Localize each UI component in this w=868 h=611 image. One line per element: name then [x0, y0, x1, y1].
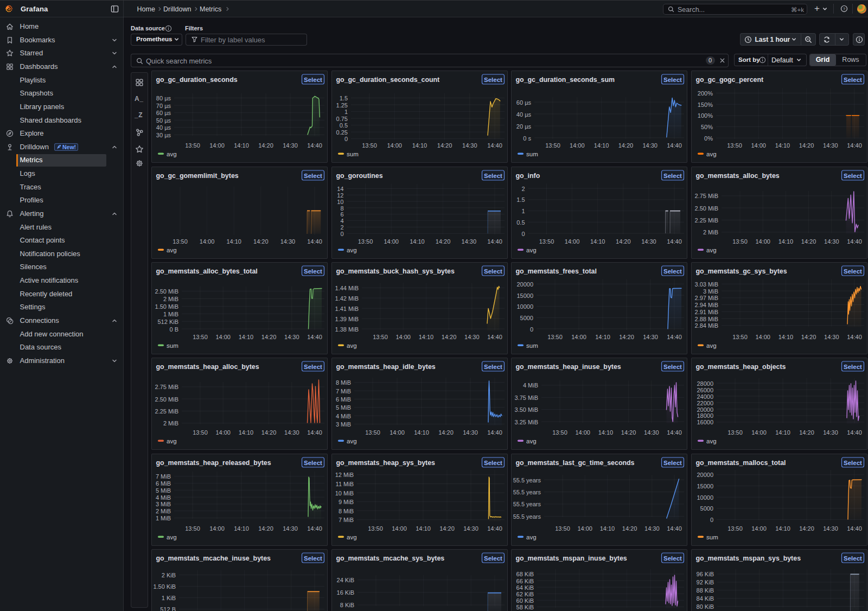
svg-text:14:20: 14:20 — [437, 142, 452, 149]
svg-text:14:30: 14:30 — [823, 142, 838, 149]
svg-text:2.50 MiB: 2.50 MiB — [155, 396, 178, 403]
svg-text:4 MiB: 4 MiB — [156, 494, 171, 500]
svg-text:14:40: 14:40 — [847, 525, 862, 532]
svg-text:14:40: 14:40 — [847, 142, 862, 149]
svg-text:16 KiB: 16 KiB — [336, 589, 354, 596]
svg-text:Select: Select — [304, 555, 322, 562]
svg-text:60 µs: 60 µs — [516, 99, 532, 106]
svg-text:go_memstats_heap_idle_bytes: go_memstats_heap_idle_bytes — [336, 363, 435, 371]
svg-text:1.50 MiB: 1.50 MiB — [155, 303, 178, 310]
svg-text:8 KiB: 8 KiB — [340, 602, 354, 609]
svg-text:70 µs: 70 µs — [156, 103, 171, 109]
svg-text:go_memstats_gc_sys_bytes: go_memstats_gc_sys_bytes — [695, 268, 787, 275]
svg-text:2: 2 — [340, 224, 343, 231]
svg-text:2 MiB: 2 MiB — [163, 296, 178, 302]
svg-text:go_memstats_mcache_inuse_bytes: go_memstats_mcache_inuse_bytes — [156, 555, 271, 562]
svg-text:14:40: 14:40 — [667, 238, 682, 245]
svg-text:0.75: 0.75 — [336, 116, 347, 122]
svg-text:avg: avg — [167, 247, 177, 253]
svg-text:go_memstats_mallocs_total: go_memstats_mallocs_total — [695, 459, 786, 466]
svg-text:14:10: 14:10 — [416, 525, 431, 532]
svg-text:13:50: 13:50 — [732, 238, 748, 245]
svg-text:14:20: 14:20 — [619, 334, 634, 340]
svg-text:24000: 24000 — [697, 393, 713, 400]
svg-text:14:10: 14:10 — [234, 525, 249, 532]
svg-text:3.75 MiB: 3.75 MiB — [515, 394, 538, 401]
svg-text:14:30: 14:30 — [280, 238, 296, 245]
svg-text:sum: sum — [706, 534, 718, 540]
svg-text:2.84 MiB: 2.84 MiB — [694, 322, 718, 329]
svg-text:Select: Select — [663, 459, 682, 466]
svg-text:13:50: 13:50 — [358, 238, 373, 245]
svg-text:14:40: 14:40 — [487, 142, 502, 149]
svg-text:13:50: 13:50 — [173, 238, 188, 245]
svg-text:512 KiB: 512 KiB — [157, 319, 178, 325]
svg-text:66 KiB: 66 KiB — [516, 578, 534, 584]
svg-text:14:20: 14:20 — [438, 429, 454, 436]
svg-text:14:40: 14:40 — [847, 238, 862, 245]
svg-text:1: 1 — [521, 208, 525, 214]
svg-text:14:30: 14:30 — [823, 429, 838, 436]
svg-text:14:40: 14:40 — [667, 525, 682, 532]
svg-text:100%: 100% — [697, 113, 712, 119]
svg-text:2 MiB: 2 MiB — [156, 508, 171, 514]
svg-text:2.25 MiB: 2.25 MiB — [155, 408, 178, 415]
svg-text:4: 4 — [340, 218, 343, 224]
svg-text:go_memstats_buck_hash_sys_byte: go_memstats_buck_hash_sys_bytes — [336, 268, 454, 275]
svg-text:14:30: 14:30 — [642, 142, 658, 149]
svg-text:14:40: 14:40 — [307, 429, 322, 436]
svg-text:avg: avg — [526, 534, 537, 540]
svg-text:14:30: 14:30 — [283, 142, 298, 149]
svg-text:14:10: 14:10 — [775, 525, 790, 532]
svg-text:Select: Select — [663, 364, 682, 370]
svg-text:avg: avg — [347, 438, 357, 444]
svg-text:15000: 15000 — [516, 292, 533, 299]
svg-text:go_memstats_heap_inuse_bytes: go_memstats_heap_inuse_bytes — [516, 363, 621, 371]
svg-text:13:50: 13:50 — [365, 429, 380, 436]
svg-text:14:20: 14:20 — [616, 238, 631, 245]
svg-text:1.39 MiB: 1.39 MiB — [335, 316, 358, 322]
svg-text:2.75 MiB: 2.75 MiB — [694, 193, 718, 199]
svg-text:0: 0 — [340, 230, 343, 237]
svg-text:150%: 150% — [697, 101, 712, 108]
svg-text:2.97 MiB: 2.97 MiB — [694, 295, 718, 301]
svg-text:avg: avg — [526, 247, 537, 253]
svg-text:14:20: 14:20 — [435, 238, 450, 245]
svg-text:Select: Select — [484, 172, 502, 179]
svg-text:7 MiB: 7 MiB — [156, 473, 171, 480]
svg-text:go_memstats_heap_objects: go_memstats_heap_objects — [695, 363, 786, 371]
svg-text:3.25 MiB: 3.25 MiB — [515, 419, 538, 425]
svg-text:14:40: 14:40 — [487, 238, 502, 245]
svg-text:0: 0 — [530, 326, 533, 333]
svg-text:3 MiB: 3 MiB — [156, 501, 171, 507]
svg-text:14:00: 14:00 — [209, 525, 225, 532]
svg-text:60 KiB: 60 KiB — [516, 597, 534, 604]
svg-text:14:10: 14:10 — [594, 142, 609, 149]
svg-text:14:00: 14:00 — [577, 525, 592, 532]
svg-text:go_memstats_mspan_inuse_bytes: go_memstats_mspan_inuse_bytes — [516, 555, 627, 562]
svg-text:avg: avg — [167, 534, 177, 540]
svg-text:go_memstats_heap_released_byte: go_memstats_heap_released_bytes — [156, 459, 271, 466]
svg-text:13:50: 13:50 — [185, 525, 200, 532]
svg-text:6: 6 — [340, 211, 343, 218]
svg-text:15000: 15000 — [697, 483, 713, 489]
svg-text:14:10: 14:10 — [775, 142, 790, 149]
svg-text:14:30: 14:30 — [824, 334, 839, 340]
svg-text:14:30: 14:30 — [464, 334, 480, 340]
svg-text:14:40: 14:40 — [307, 525, 322, 532]
svg-text:14:10: 14:10 — [778, 334, 793, 340]
svg-text:0 s: 0 s — [523, 135, 531, 142]
svg-text:8: 8 — [340, 205, 343, 211]
svg-text:2.50 MiB: 2.50 MiB — [155, 288, 178, 295]
svg-text:14:10: 14:10 — [598, 429, 614, 436]
svg-text:13:50: 13:50 — [727, 142, 742, 149]
svg-text:Select: Select — [304, 172, 322, 179]
svg-text:sum: sum — [526, 151, 538, 157]
svg-text:avg: avg — [167, 438, 177, 444]
svg-text:14:20: 14:20 — [253, 238, 269, 245]
svg-text:Select: Select — [484, 268, 502, 275]
svg-text:14:30: 14:30 — [644, 429, 659, 436]
svg-text:18000: 18000 — [697, 413, 713, 419]
svg-text:20000: 20000 — [697, 406, 713, 413]
svg-text:1 KiB: 1 KiB — [162, 595, 176, 601]
